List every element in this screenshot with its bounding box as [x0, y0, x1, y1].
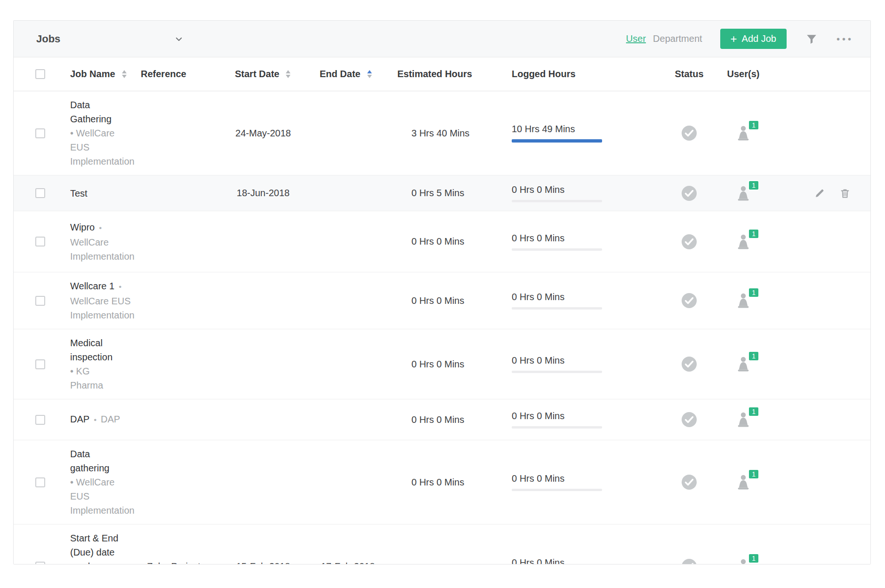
- toggle-user[interactable]: User: [626, 33, 646, 44]
- start-date-cell: 15-Feb-2018: [221, 561, 306, 565]
- user-count-badge: 1: [748, 120, 759, 130]
- header-reference: Reference: [131, 69, 221, 79]
- assigned-users-avatar[interactable]: 1: [734, 557, 753, 564]
- page-title: Jobs: [36, 33, 60, 45]
- assigned-users-avatar[interactable]: 1: [734, 291, 753, 310]
- logged-hours-value: 0 Hrs 0 Mins: [512, 184, 564, 195]
- status-cell: [663, 356, 715, 372]
- job-name-cell: Test: [51, 180, 131, 207]
- assigned-users-avatar[interactable]: 1: [734, 473, 753, 492]
- reference-cell: Zoho Projects: [131, 561, 221, 565]
- status-completed-icon: [681, 293, 697, 309]
- row-checkbox[interactable]: [35, 237, 45, 246]
- job-name-cell: Data Gathering• WellCareEUSImplementatio…: [51, 91, 131, 175]
- table-row[interactable]: Wipro•WellCareImplementation 0 Hrs 0 Min…: [14, 211, 870, 272]
- status-completed-icon: [681, 412, 697, 428]
- users-cell: 1: [715, 232, 772, 251]
- user-count-badge: 1: [748, 287, 759, 298]
- header-users: User(s): [715, 69, 772, 79]
- progress-bar: [512, 371, 602, 373]
- estimated-hours-value: 0 Hrs 0 Mins: [411, 236, 464, 246]
- assigned-users-avatar[interactable]: 1: [734, 355, 753, 373]
- row-checkbox[interactable]: [35, 296, 45, 306]
- job-name-line: inspection: [70, 350, 131, 364]
- estimated-hours-value: 0 Hrs 0 Mins: [411, 359, 464, 369]
- user-count-badge: 1: [748, 180, 759, 191]
- table-row[interactable]: Start & End(Due) datecan beprovided fort…: [14, 524, 870, 564]
- row-checkbox-cell: [14, 296, 51, 306]
- estimated-hours-cell: 0 Hrs 0 Mins: [390, 414, 508, 425]
- job-client-line: • WellCare: [70, 126, 131, 140]
- end-date-value: 17-Feb-2018: [321, 561, 375, 565]
- job-name-cell: Start & End(Due) datecan beprovided fort…: [51, 524, 131, 564]
- filter-button[interactable]: [805, 33, 818, 45]
- job-name-line: Wellcare 1•: [70, 279, 131, 294]
- header-users-label: User(s): [727, 69, 760, 79]
- sort-arrows-job-name[interactable]: [122, 70, 127, 78]
- jobs-view-dropdown[interactable]: Jobs: [36, 33, 183, 45]
- bullet-separator: •: [119, 282, 121, 291]
- user-count-badge: 1: [748, 406, 759, 417]
- users-cell: 1: [715, 124, 772, 143]
- row-checkbox[interactable]: [35, 188, 45, 198]
- select-all-checkbox[interactable]: [35, 69, 45, 79]
- header-job-name[interactable]: Job Name: [51, 69, 131, 79]
- job-name-cell: Data gathering• WellCareEUSImplementatio…: [51, 440, 131, 524]
- table-row[interactable]: Data gathering• WellCareEUSImplementatio…: [14, 440, 870, 524]
- start-date-cell: 18-Jun-2018: [221, 188, 306, 199]
- users-cell: 1: [715, 557, 772, 564]
- sort-arrows-start-date[interactable]: [286, 70, 290, 78]
- row-checkbox[interactable]: [35, 359, 45, 369]
- job-name-line: Data gathering: [70, 447, 131, 475]
- sort-arrows-end-date[interactable]: [367, 70, 372, 78]
- header-start-date[interactable]: Start Date: [221, 69, 306, 79]
- job-name-line: Start & End: [70, 531, 131, 545]
- logged-hours-cell: 0 Hrs 0 Mins: [508, 184, 663, 202]
- row-checkbox[interactable]: [35, 477, 45, 487]
- header-end-date[interactable]: End Date: [306, 69, 390, 79]
- row-checkbox[interactable]: [35, 562, 45, 565]
- users-cell: 1: [715, 410, 772, 429]
- delete-button[interactable]: [839, 188, 851, 199]
- header-end-date-label: End Date: [320, 69, 361, 79]
- estimated-hours-value: -: [411, 561, 415, 565]
- assigned-users-avatar[interactable]: 1: [734, 232, 753, 251]
- assigned-users-avatar[interactable]: 1: [734, 124, 753, 143]
- table-row[interactable]: Test 18-Jun-2018 0 Hrs 5 Mins 0 Hrs 0 Mi…: [14, 175, 870, 211]
- table-row[interactable]: DAP•DAP 0 Hrs 0 Mins 0 Hrs 0 Mins 1: [14, 399, 870, 440]
- job-name-line: can be: [70, 559, 131, 564]
- estimated-hours-cell: 0 Hrs 0 Mins: [390, 236, 508, 247]
- header-logged-hours-label: Logged Hours: [512, 69, 576, 79]
- header-estimated-hours-label: Estimated Hours: [397, 69, 472, 79]
- users-cell: 1: [715, 473, 772, 492]
- job-client: DAP: [101, 414, 120, 424]
- status-completed-icon: [681, 185, 697, 201]
- job-name-line: Medical: [70, 336, 131, 350]
- users-cell: 1: [715, 291, 772, 310]
- row-checkbox[interactable]: [35, 128, 45, 138]
- status-cell: [663, 412, 715, 428]
- assigned-users-avatar[interactable]: 1: [734, 410, 753, 429]
- job-name-line: Wipro•: [70, 220, 131, 235]
- table-row[interactable]: Medicalinspection• KGPharma 0 Hrs 0 Mins…: [14, 329, 870, 399]
- progress-bar: [512, 248, 602, 251]
- user-count-badge: 1: [748, 229, 759, 239]
- job-client-line: • KG: [70, 364, 131, 378]
- table-body: Data Gathering• WellCareEUSImplementatio…: [14, 91, 870, 564]
- edit-button[interactable]: [814, 188, 825, 199]
- table-row[interactable]: Data Gathering• WellCareEUSImplementatio…: [14, 91, 870, 175]
- header-reference-label: Reference: [141, 69, 186, 79]
- status-cell: [663, 185, 715, 201]
- more-options-button[interactable]: •••: [837, 37, 853, 41]
- row-checkbox[interactable]: [35, 415, 45, 425]
- pencil-icon: [814, 188, 825, 199]
- status-completed-icon: [681, 356, 697, 372]
- logged-hours-cell: 10 Hrs 49 Mins: [508, 124, 663, 143]
- toggle-department[interactable]: Department: [653, 33, 702, 44]
- status-cell: [663, 558, 715, 564]
- logged-hours-cell: 0 Hrs 0 Mins: [508, 355, 663, 373]
- table-row[interactable]: Wellcare 1•WellCare EUSImplementation 0 …: [14, 272, 870, 329]
- add-job-button[interactable]: + Add Job: [720, 29, 787, 49]
- assigned-users-avatar[interactable]: 1: [734, 184, 753, 203]
- job-name-line: Data Gathering: [70, 98, 131, 126]
